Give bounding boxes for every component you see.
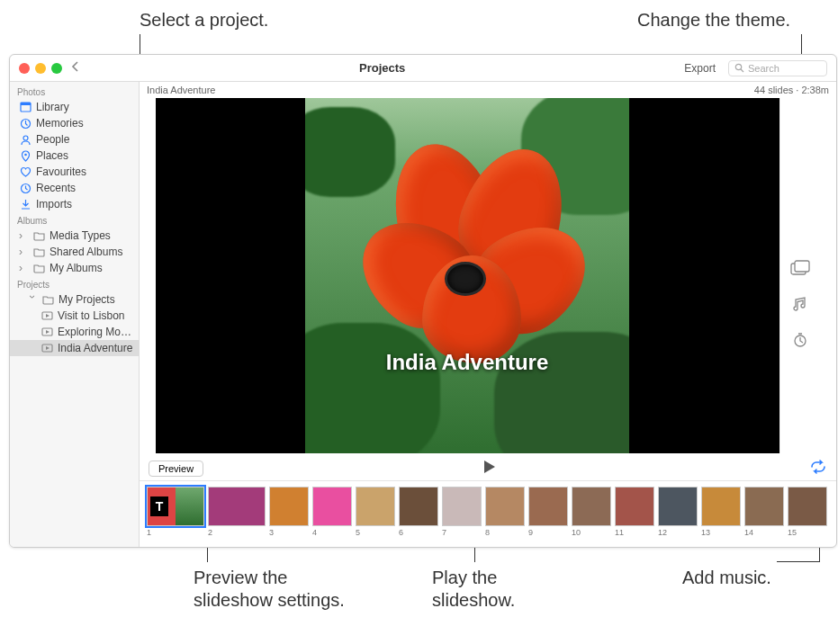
thumbnail-number: 15 (788, 528, 797, 537)
chevron-down-icon: › (26, 295, 39, 304)
chevron-right-icon: › (19, 229, 28, 242)
sidebar-item-memories[interactable]: Memories (10, 115, 139, 131)
thumbnail[interactable]: 2 (208, 487, 266, 537)
timer-icon (792, 332, 808, 348)
play-button[interactable] (481, 459, 497, 479)
thumbnail-number: 5 (356, 528, 360, 537)
maximize-window-button[interactable] (51, 63, 62, 74)
thumbnail-number: 2 (208, 528, 212, 537)
search-field[interactable]: Search (728, 60, 827, 76)
window-title: Projects (86, 61, 679, 75)
sidebar-item-places[interactable]: Places (10, 148, 139, 164)
folder-icon (41, 295, 54, 305)
sidebar-section-projects: Projects (10, 276, 139, 291)
callout-change-theme: Change the theme. (637, 9, 790, 31)
svg-point-6 (24, 153, 27, 156)
sidebar-item-media-types[interactable]: › Media Types (10, 228, 139, 244)
thumbnail-number: 6 (399, 528, 403, 537)
slideshow-icon (41, 327, 53, 336)
slide-title-overlay: India Adventure (305, 350, 629, 375)
filmstrip[interactable]: T123456789101112131415 ＋ (140, 480, 836, 547)
thumbnail[interactable]: 10 (572, 487, 611, 537)
play-icon (481, 459, 497, 475)
recents-icon (19, 183, 32, 194)
export-button[interactable]: Export (684, 62, 716, 75)
sidebar-item-my-projects[interactable]: › My Projects (10, 291, 139, 308)
thumbnail[interactable]: 13 (701, 487, 741, 537)
sidebar-section-albums: Albums (10, 212, 139, 228)
thumbnail-number: 3 (269, 528, 274, 537)
right-toolbar (779, 98, 821, 453)
chevron-right-icon: › (19, 262, 28, 274)
callout-add-music: Add music. (682, 567, 771, 589)
callout-select-project: Select a project. (140, 9, 268, 31)
thumbnail[interactable]: 4 (312, 487, 352, 537)
back-button[interactable] (71, 60, 80, 76)
thumbnail-number: 7 (442, 528, 446, 537)
folder-icon (32, 231, 45, 241)
current-slide: India Adventure (305, 98, 629, 453)
loop-button[interactable] (809, 460, 827, 478)
music-button[interactable] (792, 296, 808, 316)
memories-icon (19, 118, 32, 130)
thumbnail[interactable]: 5 (356, 487, 395, 537)
sidebar-item-india-adventure[interactable]: India Adventure (10, 340, 139, 356)
thumbnail[interactable]: 3 (269, 487, 309, 537)
svg-rect-12 (795, 261, 809, 272)
places-icon (19, 150, 32, 162)
sidebar: Photos Library Memories People Places Fa… (10, 82, 140, 547)
music-icon (792, 296, 808, 312)
thumbnail[interactable]: 11 (615, 487, 654, 537)
favourites-icon (19, 166, 32, 178)
thumbnail[interactable]: 9 (528, 487, 568, 537)
main-content: India Adventure 44 slides · 2:38m (140, 82, 836, 547)
sidebar-item-imports[interactable]: Imports (10, 196, 139, 212)
project-name-label: India Adventure (147, 85, 215, 95)
thumbnail-number: 13 (701, 528, 710, 537)
thumbnail[interactable]: 8 (485, 487, 525, 537)
theme-icon (790, 260, 810, 276)
callout-play-slideshow: Play theslideshow. (432, 567, 515, 612)
thumbnail[interactable]: 15 (788, 487, 827, 537)
callout-preview-settings: Preview theslideshow settings. (194, 567, 345, 612)
theme-button[interactable] (790, 260, 810, 280)
slideshow-icon (41, 311, 53, 320)
playback-controls: Preview (140, 457, 836, 480)
thumbnail-number: 14 (744, 528, 753, 537)
app-window: Projects Export Search Photos Library Me… (9, 54, 837, 548)
imports-icon (19, 199, 32, 210)
sidebar-item-people[interactable]: People (10, 131, 139, 148)
slideshow-icon (41, 344, 53, 353)
titlebar: Projects Export Search (10, 55, 836, 82)
thumbnail-number: 1 (147, 528, 151, 537)
preview-button[interactable]: Preview (149, 461, 203, 477)
sidebar-item-visit-to-lisbon[interactable]: Visit to Lisbon (10, 308, 139, 324)
sidebar-item-recents[interactable]: Recents (10, 180, 139, 196)
svg-rect-3 (21, 103, 31, 105)
people-icon (19, 134, 32, 146)
thumbnail-number: 9 (528, 528, 533, 537)
thumbnail[interactable]: 7 (442, 487, 482, 537)
svg-line-1 (741, 69, 743, 72)
thumbnail[interactable]: T1 (147, 487, 204, 537)
svg-point-5 (23, 136, 28, 140)
slide-count-label: 44 slides · 2:38m (754, 85, 829, 95)
thumbnail-number: 12 (658, 528, 667, 537)
slideshow-canvas: India Adventure (156, 98, 779, 453)
thumbnail-number: 10 (572, 528, 581, 537)
title-slide-badge: T (150, 496, 168, 516)
minimize-window-button[interactable] (35, 63, 46, 74)
thumbnail[interactable]: 6 (399, 487, 438, 537)
sidebar-item-my-albums[interactable]: › My Albums (10, 260, 139, 276)
thumbnail-number: 11 (615, 528, 624, 537)
close-window-button[interactable] (19, 63, 30, 74)
thumbnail-number: 8 (485, 528, 490, 537)
sidebar-item-exploring-more[interactable]: Exploring Mor… (10, 324, 139, 340)
sidebar-item-library[interactable]: Library (10, 99, 139, 115)
duration-button[interactable] (792, 332, 808, 352)
thumbnail[interactable]: 12 (658, 487, 698, 537)
sidebar-item-favourites[interactable]: Favourites (10, 164, 139, 180)
sidebar-item-shared-albums[interactable]: › Shared Albums (10, 244, 139, 260)
thumbnail[interactable]: 14 (744, 487, 784, 537)
search-icon (734, 63, 744, 73)
